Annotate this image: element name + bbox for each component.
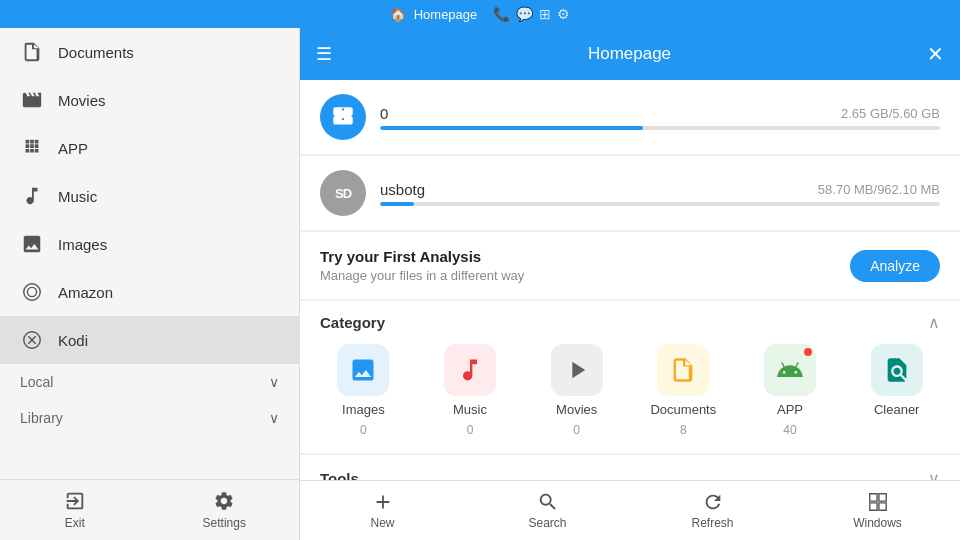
svg-point-0 — [24, 284, 41, 301]
category-item-app[interactable]: APP 40 — [737, 344, 844, 437]
movies-icon — [20, 88, 44, 112]
exit-button[interactable]: Exit — [0, 480, 150, 540]
refresh-button[interactable]: Refresh — [630, 481, 795, 540]
new-label: New — [370, 516, 394, 530]
sidebar-label-images: Images — [58, 236, 107, 253]
sidebar-section-library[interactable]: Library ∨ — [0, 400, 299, 436]
library-chevron-icon: ∨ — [269, 410, 279, 426]
storage-progress-bg-main — [380, 126, 940, 130]
sidebar-label-documents: Documents — [58, 44, 134, 61]
windows-label: Windows — [853, 516, 902, 530]
title-bar-label: Homepage — [414, 7, 478, 22]
music-icon — [20, 184, 44, 208]
category-count-documents: 8 — [680, 423, 687, 437]
phone-icon: 📞 — [493, 6, 510, 22]
sidebar-label-movies: Movies — [58, 92, 106, 109]
menu-icon[interactable]: ☰ — [316, 43, 332, 65]
sidebar-item-app[interactable]: APP — [0, 124, 299, 172]
content-area: ☰ Homepage ✕ 0 2 — [300, 28, 960, 540]
category-label-images: Images — [342, 402, 385, 417]
sidebar-footer: Exit Settings — [0, 479, 299, 540]
sidebar-item-movies[interactable]: Movies — [0, 76, 299, 124]
close-icon[interactable]: ✕ — [927, 42, 944, 66]
analyze-subtitle: Manage your files in a different way — [320, 268, 524, 283]
documents-icon — [20, 40, 44, 64]
sidebar-item-documents[interactable]: Documents — [0, 28, 299, 76]
category-section-header: Category ∧ — [300, 301, 960, 332]
settings-icon — [213, 490, 235, 512]
category-item-images[interactable]: Images 0 — [310, 344, 417, 437]
bottom-toolbar: New Search Refresh Windows — [300, 480, 960, 540]
sidebar-label-app: APP — [58, 140, 88, 157]
sidebar-item-amazon[interactable]: Amazon — [0, 268, 299, 316]
storage-card-usbotg: SD usbotg 58.70 MB/962.10 MB — [300, 156, 960, 230]
analyze-button[interactable]: Analyze — [850, 250, 940, 282]
chat-icon: 💬 — [516, 6, 533, 22]
storage-size-main: 2.65 GB/5.60 GB — [841, 106, 940, 121]
storage-icon-usbotg: SD — [320, 170, 366, 216]
new-icon — [372, 491, 394, 513]
content-header: ☰ Homepage ✕ — [300, 28, 960, 80]
sidebar-label-amazon: Amazon — [58, 284, 113, 301]
category-label-music: Music — [453, 402, 487, 417]
category-grid: Images 0 Music 0 Movies 0 — [300, 332, 960, 453]
grid-icon: ⊞ — [539, 6, 551, 22]
gear-icon: ⚙ — [557, 6, 570, 22]
kodi-icon — [20, 328, 44, 352]
windows-button[interactable]: Windows — [795, 481, 960, 540]
home-icon: 🏠 — [390, 7, 406, 22]
analyze-title: Try your First Analysis — [320, 248, 524, 265]
local-chevron-icon: ∨ — [269, 374, 279, 390]
settings-label: Settings — [203, 516, 246, 530]
title-bar-icons: 📞 💬 ⊞ ⚙ — [493, 6, 570, 22]
category-icon-documents — [657, 344, 709, 396]
title-bar: 🏠 Homepage 📞 💬 ⊞ ⚙ — [0, 0, 960, 28]
category-label-app: APP — [777, 402, 803, 417]
category-icon-app — [764, 344, 816, 396]
search-button[interactable]: Search — [465, 481, 630, 540]
category-icon-movies — [551, 344, 603, 396]
sidebar-label-kodi: Kodi — [58, 332, 88, 349]
images-icon — [20, 232, 44, 256]
sidebar-item-music[interactable]: Music — [0, 172, 299, 220]
category-item-movies[interactable]: Movies 0 — [523, 344, 630, 437]
storage-card-main: 0 2.65 GB/5.60 GB — [300, 80, 960, 154]
refresh-label: Refresh — [691, 516, 733, 530]
category-item-documents[interactable]: Documents 8 — [630, 344, 737, 437]
sidebar-item-kodi[interactable]: Kodi — [0, 316, 299, 364]
category-count-music: 0 — [467, 423, 474, 437]
storage-info-usbotg: usbotg 58.70 MB/962.10 MB — [380, 181, 940, 206]
category-icon-cleaner — [871, 344, 923, 396]
category-count-movies: 0 — [573, 423, 580, 437]
sidebar-label-music: Music — [58, 188, 97, 205]
sidebar-item-images[interactable]: Images — [0, 220, 299, 268]
sidebar-section-local[interactable]: Local ∨ — [0, 364, 299, 400]
main-layout: Documents Movies APP Music — [0, 28, 960, 540]
category-icon-images — [337, 344, 389, 396]
category-label-cleaner: Cleaner — [874, 402, 920, 417]
storage-size-usbotg: 58.70 MB/962.10 MB — [818, 182, 940, 197]
new-button[interactable]: New — [300, 481, 465, 540]
storage-progress-fill-main — [380, 126, 643, 130]
category-count-images: 0 — [360, 423, 367, 437]
storage-info-main: 0 2.65 GB/5.60 GB — [380, 105, 940, 130]
category-chevron-icon[interactable]: ∧ — [928, 313, 940, 332]
analyze-text: Try your First Analysis Manage your file… — [320, 248, 524, 283]
storage-icon-main — [320, 94, 366, 140]
library-label: Library — [20, 410, 63, 426]
analyze-banner: Try your First Analysis Manage your file… — [300, 232, 960, 299]
content-title: Homepage — [344, 44, 915, 64]
category-label-documents: Documents — [650, 402, 716, 417]
settings-button[interactable]: Settings — [150, 480, 300, 540]
app-icon — [20, 136, 44, 160]
refresh-icon — [702, 491, 724, 513]
storage-name-main: 0 — [380, 105, 388, 122]
storage-progress-fill-usbotg — [380, 202, 414, 206]
tools-chevron-icon[interactable]: ∨ — [928, 469, 940, 480]
category-item-cleaner[interactable]: Cleaner — [843, 344, 950, 437]
search-label: Search — [528, 516, 566, 530]
category-count-app: 40 — [783, 423, 796, 437]
local-label: Local — [20, 374, 53, 390]
amazon-icon — [20, 280, 44, 304]
category-item-music[interactable]: Music 0 — [417, 344, 524, 437]
